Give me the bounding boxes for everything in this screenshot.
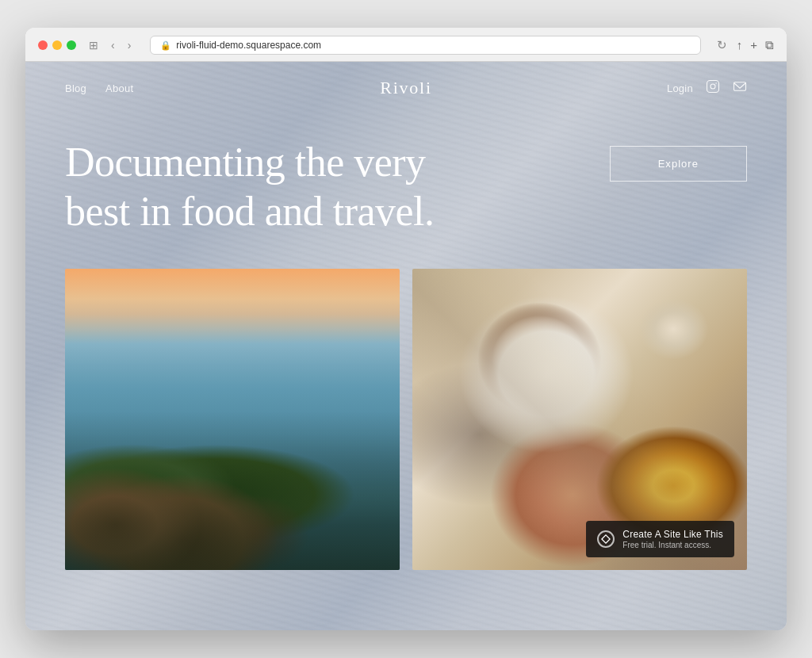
instagram-icon[interactable] — [706, 79, 720, 97]
nav-center: Rivoli — [380, 78, 432, 98]
traffic-lights — [38, 40, 76, 50]
browser-window: ⊞ ‹ › 🔒 rivoli-fluid-demo.squarespace.co… — [25, 28, 787, 630]
hero-section: Documenting the very best in food and tr… — [25, 114, 787, 269]
svg-rect-0 — [707, 81, 719, 93]
nav-login[interactable]: Login — [667, 82, 693, 94]
lock-icon: 🔒 — [160, 40, 171, 51]
minimize-button[interactable] — [52, 40, 62, 50]
reload-button[interactable]: ↻ — [717, 38, 727, 52]
duplicate-button[interactable]: ⧉ — [765, 38, 774, 52]
squarespace-badge[interactable]: Create A Site Like This Free trial. Inst… — [586, 521, 734, 557]
site-navigation: Blog About Rivoli Login — [25, 62, 787, 114]
share-button[interactable]: ↑ — [737, 38, 743, 52]
badge-text: Create A Site Like This Free trial. Inst… — [622, 529, 723, 549]
website-content: Blog About Rivoli Login — [25, 62, 787, 630]
nav-left: Blog About — [65, 82, 133, 94]
image-grid: Create A Site Like This Free trial. Inst… — [25, 269, 787, 570]
badge-title: Create A Site Like This — [622, 529, 723, 540]
svg-rect-3 — [734, 82, 746, 91]
site-logo[interactable]: Rivoli — [380, 78, 432, 98]
coastal-image[interactable] — [65, 269, 400, 570]
explore-button[interactable]: Explore — [610, 146, 747, 182]
squarespace-icon — [597, 530, 615, 548]
back-button[interactable]: ‹ — [108, 37, 118, 53]
nav-right: Login — [667, 79, 747, 97]
coffee-image[interactable]: Create A Site Like This Free trial. Inst… — [412, 269, 747, 570]
nav-link-blog[interactable]: Blog — [65, 82, 86, 94]
forward-button[interactable]: › — [124, 37, 135, 53]
url-text: rivoli-fluid-demo.squarespace.com — [176, 40, 321, 51]
address-bar[interactable]: 🔒 rivoli-fluid-demo.squarespace.com — [150, 36, 700, 55]
maximize-button[interactable] — [67, 40, 76, 50]
browser-chrome: ⊞ ‹ › 🔒 rivoli-fluid-demo.squarespace.co… — [25, 28, 787, 62]
hero-title: Documenting the very best in food and tr… — [65, 138, 446, 237]
svg-point-1 — [710, 84, 715, 89]
browser-actions: ↑ + ⧉ — [737, 38, 774, 52]
browser-controls: ⊞ ‹ › — [86, 37, 134, 53]
close-button[interactable] — [38, 40, 48, 50]
badge-subtitle: Free trial. Instant access. — [622, 541, 723, 549]
mail-icon[interactable] — [733, 80, 747, 96]
new-tab-button[interactable]: + — [750, 38, 757, 52]
nav-link-about[interactable]: About — [105, 82, 133, 94]
svg-point-2 — [715, 82, 717, 84]
sidebar-toggle[interactable]: ⊞ — [86, 37, 102, 53]
